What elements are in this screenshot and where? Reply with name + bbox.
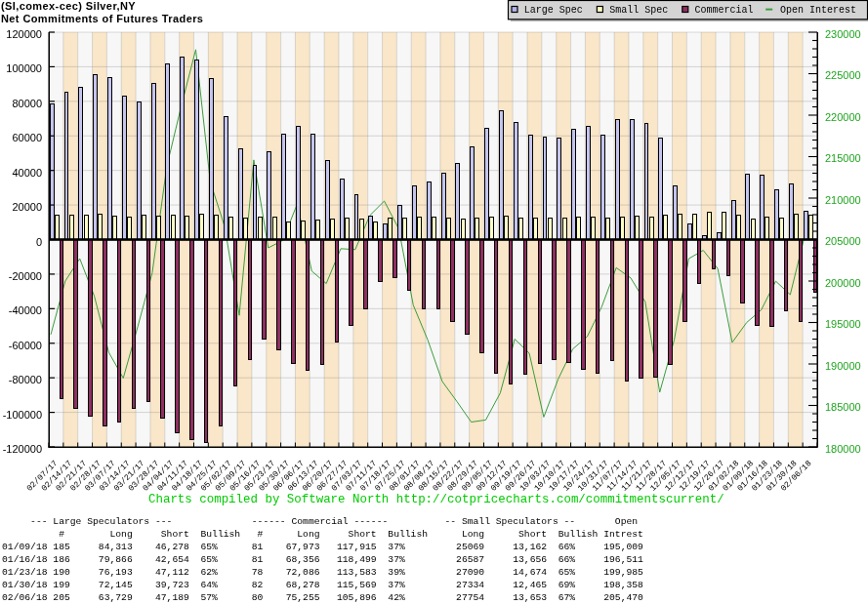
svg-text:-40000: -40000 [9, 304, 42, 316]
svg-text:40000: 40000 [12, 167, 42, 179]
svg-text:Charts compiled by Software No: Charts compiled by Software North http:/… [148, 493, 724, 506]
svg-text:Open Interest: Open Interest [780, 5, 856, 16]
svg-text:120000: 120000 [6, 28, 42, 40]
svg-text:20000: 20000 [12, 201, 42, 213]
svg-text:Large Spec: Large Spec [524, 5, 583, 16]
svg-text:225000: 225000 [825, 69, 861, 81]
svg-text:190000: 190000 [825, 360, 861, 372]
svg-text:-100000: -100000 [3, 409, 42, 421]
svg-text:215000: 215000 [825, 152, 861, 164]
svg-text:(SI,comex-cec) Silver,NY: (SI,comex-cec) Silver,NY [1, 0, 136, 12]
svg-text:-80000: -80000 [9, 374, 42, 385]
svg-text:Commercial: Commercial [695, 5, 754, 16]
svg-text:100000: 100000 [6, 62, 42, 74]
svg-text:220000: 220000 [825, 111, 861, 123]
svg-text:185000: 185000 [825, 401, 861, 413]
svg-text:-60000: -60000 [9, 340, 42, 351]
svg-text:210000: 210000 [825, 194, 861, 206]
svg-text:230000: 230000 [825, 28, 861, 40]
svg-text:80000: 80000 [12, 98, 42, 109]
svg-text:205000: 205000 [825, 235, 861, 247]
svg-text:60000: 60000 [12, 132, 42, 143]
svg-text:180000: 180000 [825, 443, 861, 455]
svg-text:195000: 195000 [825, 318, 861, 330]
svg-text:0: 0 [36, 236, 42, 248]
svg-text:-120000: -120000 [3, 443, 42, 455]
svg-text:200000: 200000 [825, 277, 861, 289]
svg-text:Small Spec: Small Spec [609, 5, 668, 16]
svg-text:-20000: -20000 [9, 270, 42, 282]
svg-text:Net Commitments of Futures Tra: Net Commitments of Futures Traders [1, 13, 203, 24]
